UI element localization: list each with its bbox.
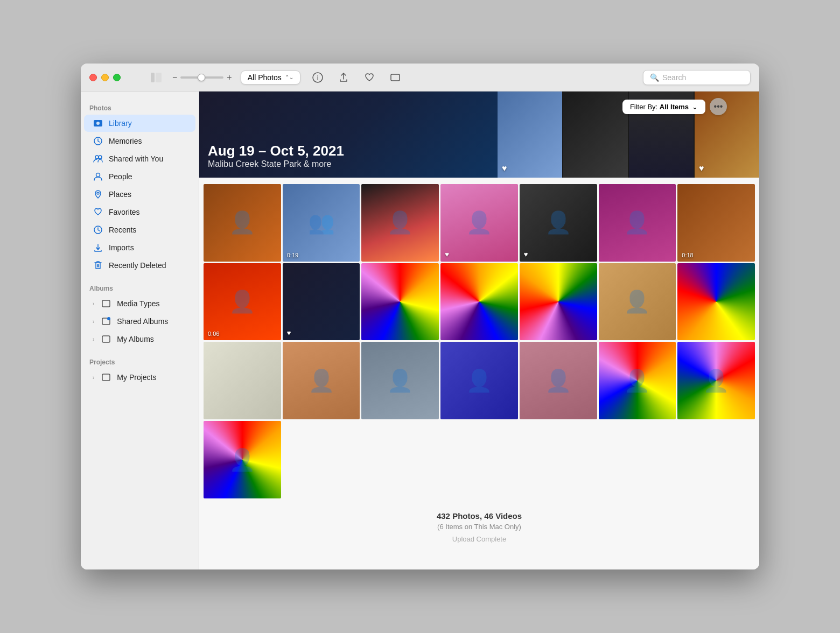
photo-cell[interactable]	[440, 263, 518, 341]
sidebar-item-media-types[interactable]: › Media Types	[84, 295, 195, 312]
traffic-lights	[89, 74, 121, 81]
photo-cell[interactable]: 👤	[599, 263, 676, 341]
photo-cell[interactable]: 👤	[361, 342, 439, 419]
photo-cell[interactable]: 👤	[440, 342, 518, 419]
photo-cell[interactable]: 👤 0:06	[204, 263, 281, 341]
sidebar-item-my-albums-label: My Albums	[117, 335, 153, 343]
search-icon: 🔍	[650, 73, 659, 82]
photo-placeholder: 👤	[677, 342, 755, 419]
heart-badge-4: ♥	[699, 164, 704, 173]
sidebar-item-my-projects[interactable]: › My Projects	[84, 369, 195, 386]
slideshow-button[interactable]	[387, 69, 404, 86]
sidebar-item-recently-deleted-label: Recently Deleted	[109, 261, 166, 270]
photo-cell[interactable]: 👤	[599, 342, 676, 419]
sidebar-section-photos: Photos	[81, 100, 199, 114]
photo-cell[interactable]	[361, 263, 439, 341]
photo-cell[interactable]: 👤	[361, 184, 439, 262]
hero-banner[interactable]: Aug 19 – Oct 5, 2021 Malibu Creek State …	[199, 92, 759, 178]
zoom-plus-button[interactable]: +	[227, 73, 232, 82]
minimize-button[interactable]	[101, 74, 109, 81]
svg-rect-19	[102, 374, 110, 381]
svg-point-10	[96, 173, 100, 177]
heart-badge-1: ♥	[502, 164, 507, 173]
shared-with-you-icon	[93, 153, 103, 164]
zoom-slider-thumb[interactable]	[198, 74, 205, 81]
maximize-button[interactable]	[113, 74, 121, 81]
photo-placeholder: 👤	[204, 184, 281, 262]
sidebar-item-people[interactable]: People	[84, 168, 195, 185]
memories-icon	[93, 136, 103, 146]
photo-cell[interactable]	[204, 342, 281, 419]
filter-chevron-icon: ⌄	[692, 103, 698, 111]
photo-cell[interactable]: 👤	[204, 184, 281, 262]
sidebar-item-recents-label: Recents	[109, 226, 136, 234]
svg-text:i: i	[317, 74, 318, 82]
photo-placeholder: 👤	[361, 342, 439, 419]
sidebar-item-favorites[interactable]: Favorites	[84, 203, 195, 221]
photo-cell[interactable]: 👤	[204, 421, 281, 498]
sidebar-item-recents[interactable]: Recents	[84, 221, 195, 238]
photo-cell[interactable]: ♥	[283, 263, 360, 341]
people-icon	[93, 171, 103, 182]
share-button[interactable]	[335, 69, 352, 86]
filter-button[interactable]: Filter By: All Items ⌄	[622, 100, 705, 114]
sidebar-item-media-types-label: Media Types	[117, 299, 159, 308]
svg-rect-4	[391, 74, 400, 81]
svg-point-17	[107, 317, 110, 320]
sidebar-item-imports[interactable]: Imports	[84, 239, 195, 256]
chevron-right-icon: ›	[93, 301, 94, 307]
filter-label: Filter By: All Items	[630, 103, 689, 111]
photo-cell[interactable]: 👥 0:19	[283, 184, 360, 262]
hero-thumb-1[interactable]: ♥	[498, 92, 562, 178]
footer: 432 Photos, 46 Videos (6 Items on This M…	[199, 498, 759, 552]
zoom-control: − +	[172, 73, 232, 82]
favorites-icon	[93, 207, 103, 217]
photo-cell[interactable]: 👤	[677, 342, 755, 419]
photo-cell[interactable]: 👤	[283, 342, 360, 419]
view-selector-label: All Photos	[248, 73, 282, 82]
photo-cell[interactable]: 👤	[520, 342, 597, 419]
search-box[interactable]: 🔍 Search	[643, 70, 751, 85]
photo-cell[interactable]: 👤 ♥	[440, 184, 518, 262]
photo-cell[interactable]: 👤 ♥	[520, 184, 597, 262]
photo-cell[interactable]	[520, 263, 597, 341]
sidebar-item-favorites-label: Favorites	[109, 208, 140, 216]
more-options-button[interactable]: •••	[710, 98, 727, 115]
favorite-button[interactable]	[361, 69, 378, 86]
view-selector-dropdown[interactable]: All Photos ⌃⌄	[241, 71, 300, 85]
photo-placeholder: 👤	[599, 342, 676, 419]
photo-placeholder: 👤	[599, 263, 676, 341]
filter-bar: Filter By: All Items ⌄ •••	[622, 98, 727, 115]
close-button[interactable]	[89, 74, 97, 81]
sidebar-item-recently-deleted[interactable]: Recently Deleted	[84, 257, 195, 274]
sidebar-item-imports-label: Imports	[109, 243, 134, 252]
sidebar-toggle-button[interactable]	[149, 72, 164, 83]
my-albums-icon	[101, 334, 111, 344]
sidebar-item-shared-with-you[interactable]: Shared with You	[84, 150, 195, 167]
photo-placeholder: 👥	[283, 184, 360, 262]
info-button[interactable]: i	[309, 69, 326, 86]
sidebar-section-projects: Projects	[81, 354, 199, 368]
sidebar-item-places[interactable]: Places	[84, 186, 195, 203]
places-icon	[93, 189, 103, 200]
filter-by-text: Filter By:	[630, 103, 657, 111]
sidebar-item-shared-albums[interactable]: › Shared Albums	[84, 313, 195, 330]
photo-placeholder: 👤	[204, 263, 281, 341]
imports-icon	[93, 242, 103, 253]
footer-sub: (6 Items on This Mac Only)	[199, 523, 759, 531]
sidebar-item-my-albums[interactable]: › My Albums	[84, 330, 195, 348]
svg-rect-15	[102, 300, 110, 307]
sidebar-item-library[interactable]: Library	[84, 115, 195, 132]
titlebar-controls: − + All Photos ⌃⌄ i	[149, 69, 404, 86]
photo-placeholder: 👤	[283, 342, 360, 419]
zoom-slider[interactable]	[180, 76, 223, 79]
media-types-icon	[101, 298, 111, 309]
zoom-minus-button[interactable]: −	[172, 73, 177, 82]
photo-placeholder: 👤	[599, 184, 676, 262]
sidebar-item-memories[interactable]: Memories	[84, 132, 195, 150]
hero-thumb-2[interactable]	[563, 92, 628, 178]
photo-cell[interactable]	[677, 263, 755, 341]
svg-rect-1	[156, 73, 162, 82]
photo-cell[interactable]: 👤	[599, 184, 676, 262]
photo-cell[interactable]: 0:18	[677, 184, 755, 262]
